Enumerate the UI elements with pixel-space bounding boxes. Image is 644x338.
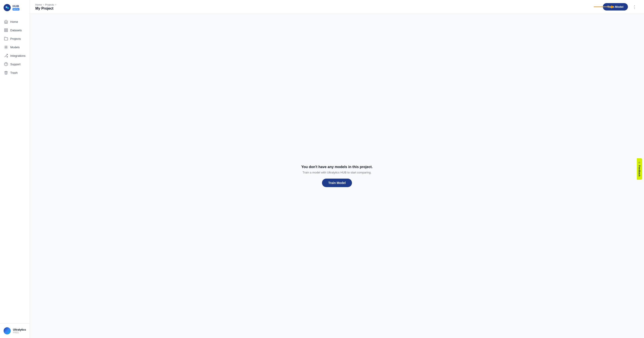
logo-hub-label: HUB: [12, 5, 20, 8]
breadcrumb-sep-1: >: [43, 3, 44, 6]
header-actions: Train Model ⋮: [603, 3, 639, 10]
arrow-annotation: [594, 5, 614, 8]
svg-line-16: [7, 46, 7, 46]
svg-rect-4: [4, 28, 6, 30]
svg-line-14: [7, 48, 7, 48]
svg-rect-6: [6, 31, 8, 32]
sidebar-item-home[interactable]: Home: [0, 18, 30, 26]
breadcrumb-sep-2: >: [55, 3, 56, 6]
ultralytics-logo-icon: [4, 4, 11, 11]
arrow-line: [594, 6, 612, 7]
empty-state-subtitle: Train a model with Ultralytics HUB to st…: [302, 171, 372, 174]
empty-state: You don't have any models in this projec…: [301, 165, 372, 187]
sidebar-item-integrations[interactable]: Integrations: [0, 52, 30, 60]
breadcrumb-projects-link[interactable]: Projects: [45, 3, 54, 6]
header: Home > Projects > My Project Train Model…: [30, 0, 644, 14]
footer-plan-badge: FREE: [13, 331, 26, 334]
sidebar-item-models[interactable]: Models: [0, 43, 30, 52]
sidebar-item-trash[interactable]: Trash: [0, 68, 30, 77]
svg-point-8: [6, 47, 7, 48]
logo: HUB BETA: [0, 0, 30, 16]
svg-rect-7: [4, 31, 6, 32]
sidebar-footer: Ultralytics FREE: [0, 324, 30, 338]
avatar: [4, 327, 11, 334]
models-icon: [4, 45, 8, 49]
logo-text: HUB BETA: [12, 5, 20, 10]
sidebar-item-support[interactable]: Support: [0, 60, 30, 68]
feedback-label: Feedback: [638, 165, 641, 176]
svg-line-15: [5, 48, 5, 48]
trash-icon: [4, 71, 8, 75]
footer-user-info: Ultralytics FREE: [13, 328, 26, 334]
sidebar-nav: Home Datasets Projects: [0, 16, 30, 324]
sidebar-item-projects-label: Projects: [10, 37, 21, 40]
train-model-center-button[interactable]: Train Model: [322, 178, 352, 187]
content-area: You don't have any models in this projec…: [30, 14, 644, 338]
sidebar-item-support-label: Support: [10, 62, 20, 66]
support-icon: [4, 62, 8, 66]
svg-point-2: [7, 7, 9, 9]
svg-line-13: [5, 46, 5, 46]
sidebar-item-models-label: Models: [10, 46, 20, 49]
page-title: My Project: [35, 6, 56, 10]
home-icon: [4, 20, 8, 24]
sidebar-item-projects[interactable]: Projects: [0, 34, 30, 43]
empty-state-title: You don't have any models in this projec…: [301, 165, 372, 169]
logo-beta-badge: BETA: [12, 8, 20, 10]
sidebar: HUB BETA Home D: [0, 0, 30, 338]
footer-username: Ultralytics: [13, 328, 26, 331]
integrations-icon: [4, 54, 8, 58]
more-options-icon: ⋮: [632, 4, 637, 10]
sidebar-item-trash-label: Trash: [10, 71, 18, 74]
sidebar-item-datasets[interactable]: Datasets: [0, 26, 30, 34]
sidebar-item-integrations-label: Integrations: [10, 54, 26, 58]
more-options-button[interactable]: ⋮: [630, 3, 639, 10]
sidebar-item-home-label: Home: [10, 20, 18, 24]
svg-rect-5: [6, 28, 8, 30]
breadcrumb-path: Home > Projects >: [35, 3, 56, 6]
projects-icon: [4, 37, 8, 41]
svg-point-3: [6, 7, 7, 8]
sidebar-item-datasets-label: Datasets: [10, 28, 22, 32]
feedback-tab[interactable]: ☺ Feedback: [637, 158, 642, 180]
breadcrumb: Home > Projects > My Project: [35, 3, 56, 10]
main-content: Home > Projects > My Project Train Model…: [30, 0, 644, 338]
breadcrumb-home-link[interactable]: Home: [35, 3, 42, 6]
feedback-smiley-icon: ☺: [638, 162, 641, 164]
arrow-head: [611, 5, 614, 8]
datasets-icon: [4, 28, 8, 32]
